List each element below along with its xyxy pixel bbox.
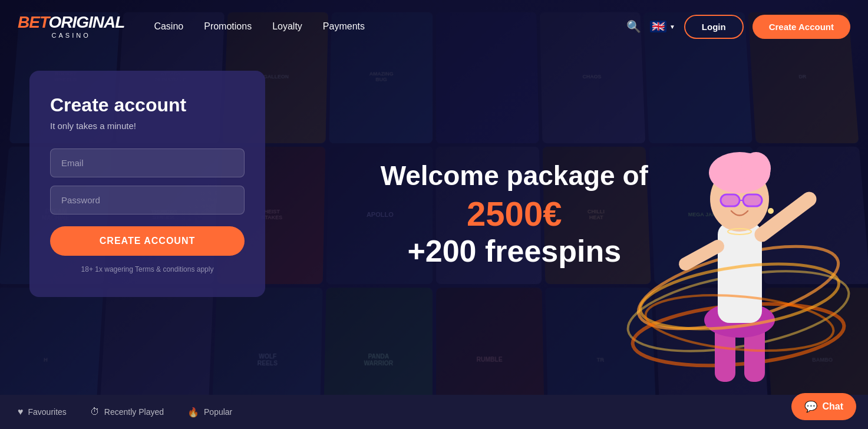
- popular-label: Popular: [204, 407, 232, 417]
- create-account-form-button[interactable]: CREATE ACCOUNT: [50, 226, 245, 256]
- bottom-favourites[interactable]: ♥ Favourites: [18, 407, 67, 417]
- main-nav: Casino Promotions Loyalty Payments: [154, 21, 603, 32]
- heart-icon: ♥: [18, 407, 24, 417]
- character-svg: [626, 64, 850, 394]
- form-title: Create account: [50, 94, 245, 116]
- hero-content: Welcome package of 2500€ +200 freespins: [381, 160, 648, 269]
- search-button[interactable]: 🔍: [626, 19, 641, 34]
- character-illustration: [626, 64, 850, 394]
- bottom-recently-played[interactable]: ⏱ Recently Played: [90, 407, 164, 417]
- chat-label: Chat: [822, 401, 843, 412]
- hero-welcome-text: Welcome package of: [381, 160, 648, 192]
- header: BETORIGINAL CASINO Casino Promotions Loy…: [0, 0, 868, 53]
- nav-payments[interactable]: Payments: [323, 21, 365, 32]
- clock-icon: ⏱: [90, 407, 100, 417]
- hero-amount: 2500€: [381, 195, 648, 233]
- fire-icon: 🔥: [187, 407, 199, 418]
- chat-bubble-icon: 💬: [804, 400, 817, 413]
- svg-point-11: [741, 152, 771, 185]
- form-disclaimer: 18+ 1x wagering Terms & conditions apply: [50, 265, 245, 273]
- logo-original: ORIGINAL: [49, 13, 125, 31]
- chat-button[interactable]: 💬 Chat: [791, 393, 856, 420]
- bottom-bar: ♥ Favourites ⏱ Recently Played 🔥 Popular: [0, 395, 868, 429]
- nav-loyalty[interactable]: Loyalty: [272, 21, 302, 32]
- svg-rect-6: [718, 223, 762, 323]
- email-input[interactable]: [50, 148, 245, 177]
- svg-point-17: [768, 208, 774, 214]
- recently-played-label: Recently Played: [104, 407, 164, 417]
- nav-casino[interactable]: Casino: [154, 21, 183, 32]
- form-subtitle: It only takes a minute!: [50, 121, 245, 131]
- hero-freespins: +200 freespins: [381, 233, 648, 269]
- logo-bet: BET: [18, 13, 49, 31]
- create-account-card: Create account It only takes a minute! C…: [29, 71, 265, 297]
- nav-promotions[interactable]: Promotions: [204, 21, 252, 32]
- login-button[interactable]: Login: [684, 15, 744, 39]
- flag-icon: [650, 21, 666, 32]
- favourites-label: Favourites: [28, 407, 67, 417]
- bottom-popular[interactable]: 🔥 Popular: [187, 407, 232, 418]
- language-selector[interactable]: ▼: [650, 21, 675, 32]
- logo-casino: CASINO: [52, 32, 91, 39]
- search-icon: 🔍: [626, 20, 641, 33]
- create-account-header-button[interactable]: Create Account: [753, 15, 850, 39]
- logo[interactable]: BETORIGINAL CASINO: [18, 14, 124, 39]
- svg-rect-16: [744, 195, 761, 206]
- svg-line-7: [762, 199, 809, 235]
- password-input[interactable]: [50, 186, 245, 214]
- nav-right: 🔍 ▼ Login Create Account: [626, 15, 850, 39]
- svg-rect-15: [721, 195, 739, 206]
- chevron-down-icon: ▼: [669, 24, 675, 30]
